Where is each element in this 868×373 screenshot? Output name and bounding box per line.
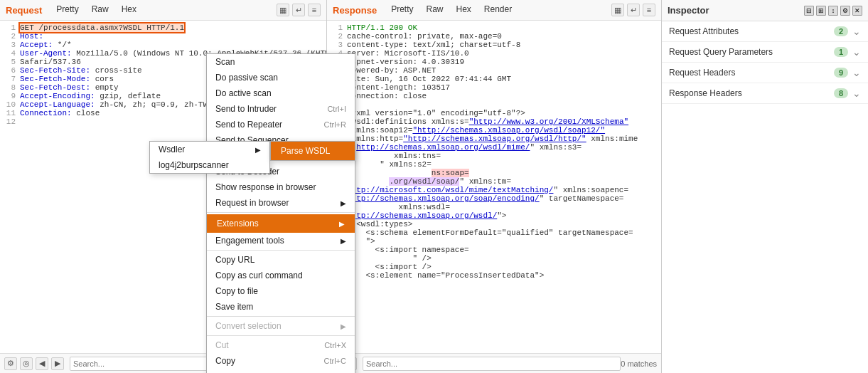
response-line-29: 29 <s:import />	[330, 263, 658, 271]
menu-copy-url[interactable]: Copy URL	[207, 252, 355, 268]
response-line-12: 12 <wsdl:definitions xmlns:s="http://www…	[330, 117, 658, 126]
menu-engagement-tools[interactable]: Engagement tools ▶	[207, 233, 355, 248]
inspector-close-icon[interactable]: ✕	[852, 6, 862, 16]
menu-cut: Cut Ctrl+X	[207, 337, 355, 353]
inspector-response-headers[interactable]: Response Headers 8 ⌄	[662, 83, 868, 104]
response-line-6: 6 powered-by: ASP.NET	[330, 66, 658, 75]
chevron-down-icon-3: ⌄	[852, 67, 861, 78]
response-line-10: 10	[330, 100, 658, 109]
response-line-2: 2 cache-control: private, max-age=0	[330, 32, 658, 41]
request-tabs: Pretty Raw Hex	[50, 3, 142, 17]
response-title: Response	[333, 5, 377, 16]
request-line-1: 1 GET /processdata.asmx?WSDL HTTP/1.1	[3, 23, 323, 32]
inspector-title: Inspector	[668, 5, 804, 16]
menu-copy-curl[interactable]: Copy as curl command	[207, 268, 355, 283]
request-menu-icon[interactable]: ≡	[308, 4, 321, 16]
menu-paste[interactable]: Paste Ctrl+V	[207, 369, 355, 373]
menu-copy[interactable]: Copy Ctrl+C	[207, 353, 355, 369]
inspector-query-params[interactable]: Request Query Parameters 1 ⌄	[662, 42, 868, 63]
tab-response-hex[interactable]: Hex	[451, 3, 477, 17]
response-view-icon[interactable]: ▦	[611, 4, 624, 16]
response-line-11: 11 <?xml version="1.0" encoding="utf-8"?…	[330, 109, 658, 117]
menu-convert: Convert selection ▶	[207, 318, 355, 334]
response-line-13: 13 xmlns:soap12="http://schemas.xmlsoap.…	[330, 126, 658, 135]
menu-send-repeater[interactable]: Send to Repeater Ctrl+R	[207, 117, 355, 132]
target-icon[interactable]: ◎	[20, 357, 33, 370]
request-header-icons: ▦ ↵ ≡	[277, 4, 321, 16]
inspector-header: Inspector ⊟ ⊞ ↕ ⚙ ✕	[662, 0, 868, 21]
menu-active-scan[interactable]: Do active scan	[207, 85, 355, 101]
tab-request-raw[interactable]: Raw	[86, 3, 114, 17]
response-line-25: 25 <s:schema elementFormDefault="qualifi…	[330, 228, 658, 237]
response-line-26: 26 ">	[330, 237, 658, 246]
inspector-req-attr-count: 2	[834, 26, 848, 36]
response-tabs: Pretty Raw Hex Render	[385, 3, 518, 17]
menu-sep-2	[207, 250, 355, 251]
submenu-wsdler[interactable]: Wsdler ▶	[150, 142, 269, 157]
submenu-parse-wsdl[interactable]: Parse WSDL	[271, 142, 355, 160]
chevron-down-icon-1: ⌄	[852, 26, 861, 37]
context-menu: Scan Do passive scan Do active scan Send…	[206, 53, 355, 373]
inspector-icon-1[interactable]: ⊟	[804, 6, 814, 16]
request-panel: Request Pretty Raw Hex ▦ ↵ ≡ 1 GET /proc…	[0, 0, 327, 373]
menu-request-in-browser[interactable]: Request in browser ▶	[207, 195, 355, 211]
inspector-req-attr-label: Request Attributes	[669, 26, 834, 36]
request-view-icon[interactable]: ▦	[277, 4, 289, 16]
menu-scan[interactable]: Scan	[207, 54, 355, 70]
response-header-icons: ▦ ↵ ≡	[611, 4, 655, 16]
nav-back-icon[interactable]: ◀	[36, 357, 48, 370]
tab-request-hex[interactable]: Hex	[116, 3, 142, 17]
request-wrap-icon[interactable]: ↵	[292, 4, 305, 16]
menu-save-item[interactable]: Save item	[207, 299, 355, 315]
response-header: Response Pretty Raw Hex Render ▦ ↵ ≡	[327, 0, 661, 21]
menu-sep-3	[207, 316, 355, 317]
inspector-req-headers-label: Request Headers	[669, 68, 834, 78]
response-code-area: 1 HTTP/1.1 200 OK 2 cache-control: priva…	[327, 21, 661, 353]
tab-response-pretty[interactable]: Pretty	[385, 3, 419, 17]
response-line-24: 24 <wsdl:types>	[330, 220, 658, 228]
inspector-icon-2[interactable]: ⊞	[816, 6, 826, 16]
response-line-7: 7 date: Sun, 16 Oct 2022 07:41:44 GMT	[330, 75, 658, 83]
menu-sep-4	[207, 335, 355, 336]
menu-send-intruder[interactable]: Send to Intruder Ctrl+I	[207, 101, 355, 117]
tab-request-pretty[interactable]: Pretty	[50, 3, 84, 17]
menu-copy-file[interactable]: Copy to file	[207, 283, 355, 299]
nav-forward-icon[interactable]: ▶	[51, 357, 64, 370]
inspector-query-count: 1	[834, 47, 848, 57]
response-line-20: 20 http://microsoft.com/wsdl/mime/textMa…	[330, 186, 658, 194]
inspector-query-label: Request Query Parameters	[669, 47, 834, 57]
inspector-request-headers[interactable]: Request Headers 9 ⌄	[662, 63, 868, 83]
response-line-16: 16 xmlns:tns=	[330, 152, 658, 160]
inspector-icon-3[interactable]: ↕	[828, 6, 838, 16]
response-line-8: 8 content-length: 103517	[330, 83, 658, 92]
response-line-27: 27 <s:import namespace=	[330, 246, 658, 254]
inspector-icons: ⊟ ⊞ ↕ ⚙ ✕	[804, 6, 862, 16]
inspector-panel: Inspector ⊟ ⊞ ↕ ⚙ ✕ Request Attributes 2…	[662, 0, 868, 373]
response-line-3: 3 content-type: text/xml; charset=utf-8	[330, 41, 658, 49]
menu-extensions[interactable]: Extensions ▶	[207, 214, 355, 233]
inspector-icon-4[interactable]: ⚙	[840, 6, 850, 16]
request-title: Request	[6, 5, 42, 16]
response-wrap-icon[interactable]: ↵	[627, 4, 640, 16]
submenu-log4j[interactable]: log4j2burpscanner	[150, 157, 269, 173]
request-line-3: 3 Accept: */*	[3, 41, 323, 49]
wsdler-submenu: Parse WSDL	[270, 141, 355, 161]
request-search-input[interactable]	[70, 357, 210, 371]
settings-icon[interactable]: ⚙	[4, 357, 17, 370]
response-line-23: 23 http://schemas.xmlsoap.org/wsdl/">	[330, 211, 658, 220]
menu-passive-scan[interactable]: Do passive scan	[207, 70, 355, 85]
response-line-1: 1 HTTP/1.1 200 OK	[330, 23, 658, 32]
inspector-request-attributes[interactable]: Request Attributes 2 ⌄	[662, 21, 868, 42]
inspector-req-headers-count: 9	[834, 68, 848, 78]
chevron-down-icon-2: ⌄	[852, 46, 861, 58]
response-panel: Response Pretty Raw Hex Render ▦ ↵ ≡ 1 H…	[327, 0, 662, 373]
menu-sep-1	[207, 212, 355, 213]
tab-response-raw[interactable]: Raw	[420, 3, 449, 17]
response-line-19: 19 .org/wsdl/soap/" xmlns:tm=	[330, 177, 658, 186]
response-line-9: 9 connection: close	[330, 92, 658, 100]
tab-response-render[interactable]: Render	[478, 3, 518, 17]
menu-show-response-browser[interactable]: Show response in browser	[207, 179, 355, 195]
response-search-input[interactable]	[363, 357, 621, 371]
response-line-4: 4 server: Microsoft-IIS/10.0	[330, 49, 658, 58]
response-menu-icon[interactable]: ≡	[643, 4, 655, 16]
